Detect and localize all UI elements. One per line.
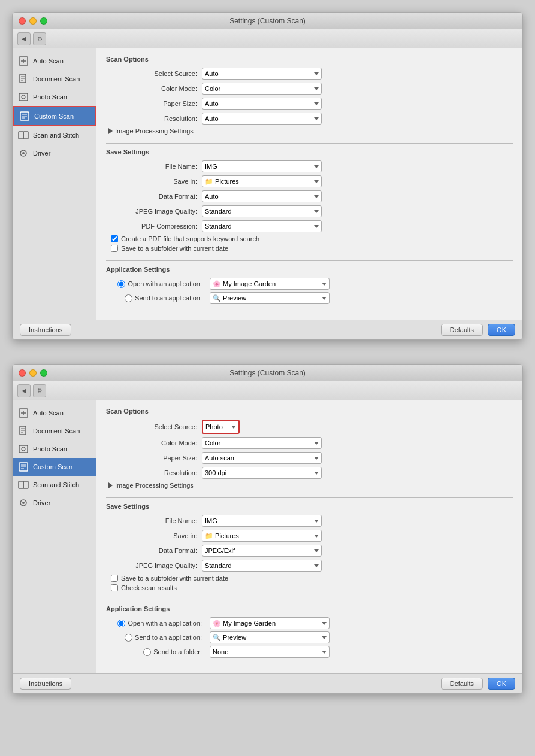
send-app-radio1[interactable] [125,294,132,302]
send-app-label1: Send to an application: [111,294,207,302]
save-in-label2: Save in: [106,532,202,539]
scan-stitch-icon1 [17,129,29,141]
data-format-select1[interactable]: AutoJPEG/ExifPDF [202,190,322,202]
resolution-label2: Resolution: [106,469,202,476]
send-app-radio2[interactable] [125,634,132,642]
toolbar-icon2[interactable]: ⚙ [33,32,46,45]
resolution-row1: Resolution: Auto300 dpi600 dpi [106,113,513,125]
sidebar-item-driver1[interactable]: Driver [13,144,96,162]
checkbox-subfolder-label2: Save to a subfolder with current date [121,575,228,582]
minimize-button2[interactable] [29,369,37,377]
open-app-radio1[interactable] [117,280,125,288]
file-name-label1: File Name: [106,163,202,170]
image-processing-row2[interactable]: Image Processing Settings [106,482,513,489]
resolution-select2[interactable]: 300 dpiAuto600 dpi [202,467,322,479]
send-folder-radio2[interactable] [143,648,151,656]
instructions-button2[interactable]: Instructions [20,678,71,690]
data-format-select2[interactable]: JPEG/ExifAutoPDF [202,545,322,557]
svg-rect-14 [19,481,23,488]
paper-size-row2: Paper Size: Auto scanAutoA4 [106,452,513,464]
paper-size-select2[interactable]: Auto scanAutoA4 [202,452,322,464]
svg-point-17 [22,502,25,504]
save-settings-title2: Save Settings [106,503,513,510]
maximize-button1[interactable] [40,17,47,25]
sidebar-item-document-scan2[interactable]: Document Scan [13,422,96,440]
driver-label1: Driver [33,150,50,157]
color-mode-select1[interactable]: ColorGrayscale [202,83,322,95]
toolbar-gear-icon2[interactable]: ⚙ [33,384,46,397]
select-source-row2: Select Source: PhotoAutoDocument [106,420,513,434]
btn-group1: Defaults OK [441,324,515,336]
checkbox-subfolder1[interactable] [111,245,118,252]
checkbox-subfolder2[interactable] [111,575,118,582]
send-app-select2[interactable]: 🔍 Preview [210,631,330,643]
open-app-select2[interactable]: 🌸 My Image Garden [210,617,330,629]
close-button1[interactable] [19,17,26,25]
data-format-row1: Data Format: AutoJPEG/ExifPDF [106,190,513,202]
scan-stitch-icon2 [17,479,29,491]
btn-group2: Defaults OK [441,678,515,690]
toolbar1: ◀ ⚙ [13,29,522,48]
defaults-button2[interactable]: Defaults [441,678,483,690]
titlebar-buttons2 [19,369,47,377]
sidebar1: Auto Scan Document Scan Photo Scan Custo… [13,48,96,320]
save-in-select1[interactable]: 📁 Pictures [202,175,322,187]
instructions-button1[interactable]: Instructions [20,324,71,336]
pdf-compression-select1[interactable]: StandardHigh [202,220,322,232]
minimize-button1[interactable] [29,17,37,25]
save-in-select2[interactable]: 📁 Pictures [202,530,322,542]
paper-size-select1[interactable]: AutoA4 [202,98,322,110]
file-name-select2[interactable]: IMG [202,515,322,527]
sidebar-item-scan-stitch2[interactable]: Scan and Stitch [13,476,96,494]
toolbar-icon1[interactable]: ◀ [17,32,31,45]
pdf-compression-label1: PDF Compression: [106,223,202,230]
checkbox-subfolder-row2: Save to a subfolder with current date [106,575,513,582]
maximize-button2[interactable] [40,369,47,377]
open-app-select1[interactable]: 🌸 My Image Garden [210,278,330,290]
sidebar-item-photo-scan1[interactable]: Photo Scan [13,88,96,106]
color-mode-label1: Color Mode: [106,85,202,92]
scan-options-section1: Scan Options Select Source: AutoPhotoDoc… [106,56,513,135]
close-button2[interactable] [19,369,26,377]
sidebar-item-custom-scan1[interactable]: Custom Scan [13,106,96,126]
select-source-select2[interactable]: PhotoAutoDocument [203,421,238,433]
ok-button2[interactable]: OK [488,678,515,690]
ok-button1[interactable]: OK [488,324,515,336]
color-mode-select2[interactable]: ColorGrayscale [202,437,322,449]
jpeg-quality-select2[interactable]: StandardHigh [202,560,322,572]
checkbox-scan-results-row2: Check scan results [106,584,513,591]
select-source-select1[interactable]: AutoPhotoDocument [202,68,322,80]
auto-scan-label1: Auto Scan [33,57,64,65]
document-scan-icon1 [17,73,29,85]
auto-scan-label2: Auto Scan [33,409,64,417]
bottom-bar2: Instructions Defaults OK [13,673,522,693]
color-mode-row1: Color Mode: ColorGrayscale [106,83,513,95]
image-processing-row1[interactable]: Image Processing Settings [106,127,513,135]
select-source-row1: Select Source: AutoPhotoDocument [106,68,513,80]
sidebar-item-scan-stitch1[interactable]: Scan and Stitch [13,126,96,144]
open-app-radio2[interactable] [117,620,125,627]
resolution-select1[interactable]: Auto300 dpi600 dpi [202,113,322,125]
toolbar-back-icon2[interactable]: ◀ [17,384,31,397]
sidebar-item-auto-scan1[interactable]: Auto Scan [13,52,96,70]
sidebar-item-driver2[interactable]: Driver [13,494,96,512]
sidebar-item-auto-scan2[interactable]: Auto Scan [13,404,96,422]
defaults-button1[interactable]: Defaults [441,324,483,336]
save-settings-section2: Save Settings File Name: IMG Save in: 📁 … [106,503,513,591]
sidebar-item-document-scan1[interactable]: Document Scan [13,70,96,88]
titlebar1: Settings (Custom Scan) [13,13,522,29]
svg-rect-6 [23,132,28,139]
sidebar-item-photo-scan2[interactable]: Photo Scan [13,440,96,458]
sidebar-item-custom-scan2[interactable]: Custom Scan [13,458,96,476]
photo-scan-icon2 [17,443,29,455]
checkbox-pdf1[interactable] [111,235,118,242]
file-name-select1[interactable]: IMG [202,160,322,172]
document-scan-icon2 [17,425,29,437]
send-app-select1[interactable]: 🔍 Preview [210,292,330,304]
send-app-label2: Send to an application: [111,634,207,642]
svg-point-12 [22,447,25,451]
checkbox-subfolder-row1: Save to a subfolder with current date [106,245,513,252]
checkbox-scan-results2[interactable] [111,584,118,591]
send-folder-select2[interactable]: None [210,646,330,658]
jpeg-quality-select1[interactable]: StandardHigh [202,205,322,217]
